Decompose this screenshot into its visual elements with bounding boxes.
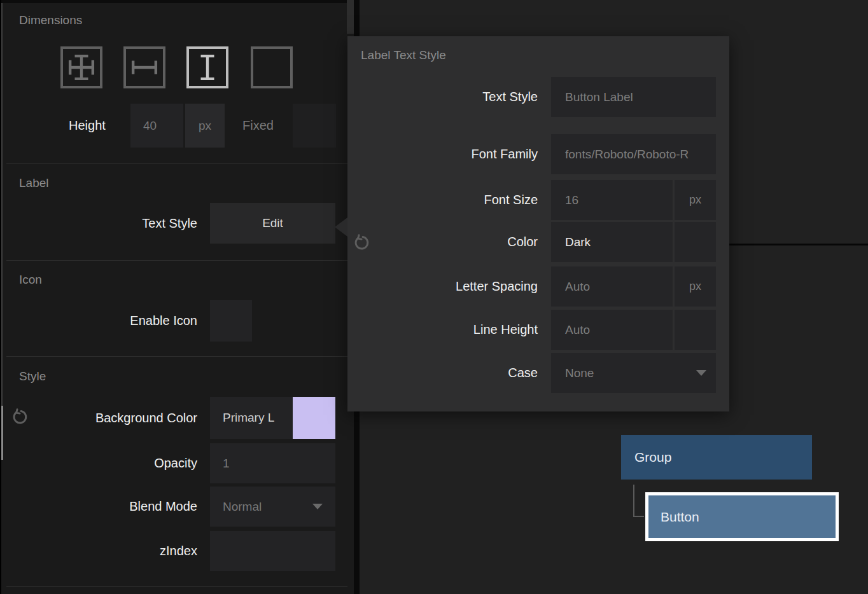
section-divider [6, 586, 347, 587]
resize-mode-width-button[interactable] [123, 46, 165, 88]
text-style-edit-button[interactable]: Edit [210, 203, 335, 244]
color-swatch-box[interactable] [675, 222, 716, 262]
popup-font-family-label: Font Family [347, 134, 538, 174]
popup-reset-icon[interactable] [353, 234, 370, 254]
left-scrollbar-track[interactable] [1, 3, 3, 460]
line-height-input[interactable]: Auto [551, 310, 673, 350]
resize-mode-none-button[interactable] [251, 46, 293, 88]
section-title-label: Label [19, 176, 49, 191]
resize-height-icon [194, 54, 221, 81]
opacity-input[interactable]: 1 [210, 443, 335, 483]
group-node[interactable]: Group [621, 435, 812, 480]
height-input[interactable]: 40 [130, 104, 183, 148]
zindex-label: zIndex [0, 531, 197, 571]
opacity-label: Opacity [0, 443, 197, 483]
properties-panel: Dimensions Height 40 px Fixed [0, 0, 354, 594]
popup-line-height-label: Line Height [347, 310, 538, 350]
blend-mode-label: Blend Mode [0, 487, 197, 527]
section-divider [6, 356, 347, 357]
height-label: Height [69, 104, 106, 148]
resize-mode-height-button[interactable] [186, 46, 228, 88]
font-size-input[interactable]: 16 [551, 180, 673, 220]
blend-mode-chevron-down-icon[interactable] [312, 504, 323, 509]
background-color-swatch[interactable] [293, 397, 335, 439]
app-root: Dimensions Height 40 px Fixed [0, 0, 868, 594]
section-title-icon: Icon [19, 272, 42, 287]
section-divider [6, 260, 347, 261]
popup-text-style-label: Text Style [347, 77, 538, 117]
fixed-label: Fixed [242, 104, 274, 148]
section-divider [6, 163, 347, 164]
button-node[interactable]: Button [645, 492, 839, 541]
resize-mode-both-button[interactable] [60, 46, 102, 88]
section-title-dimensions: Dimensions [19, 13, 82, 28]
text-style-label: Text Style [0, 203, 197, 244]
resize-none-icon [258, 54, 285, 81]
popup-case-label: Case [347, 353, 538, 393]
color-input[interactable]: Dark [551, 222, 673, 262]
font-size-unit[interactable]: px [675, 180, 716, 220]
enable-icon-label: Enable Icon [0, 300, 197, 342]
popup-pointer-tail [335, 218, 347, 237]
letter-spacing-input[interactable]: Auto [551, 266, 673, 307]
popup-title: Label Text Style [361, 48, 446, 62]
height-unit[interactable]: px [185, 104, 225, 148]
popup-font-size-label: Font Size [347, 180, 538, 220]
resize-width-icon [131, 54, 158, 81]
case-select[interactable]: None [551, 353, 716, 393]
panel-right-scrollbar-thumb[interactable] [347, 0, 354, 34]
enable-icon-checkbox[interactable] [210, 300, 252, 342]
section-title-style: Style [19, 369, 46, 384]
left-scrollbar-thumb[interactable] [1, 406, 3, 460]
label-text-style-popup: Label Text Style Text Style Button Label… [347, 36, 729, 411]
resize-both-icon [68, 54, 95, 81]
fixed-checkbox[interactable] [293, 104, 336, 148]
tree-connector-vertical [633, 485, 634, 517]
case-chevron-down-icon[interactable] [696, 370, 706, 376]
line-height-unit[interactable] [675, 310, 716, 350]
background-color-field[interactable]: Primary L [210, 397, 293, 439]
popup-color-label: Color [347, 222, 538, 262]
font-family-input[interactable]: fonts/Roboto/Roboto-R [551, 134, 716, 174]
letter-spacing-unit[interactable]: px [675, 266, 716, 307]
popup-letter-spacing-label: Letter Spacing [347, 266, 538, 307]
text-style-input[interactable]: Button Label [551, 77, 716, 117]
background-color-label: Background Color [0, 397, 197, 439]
panel-top-edge [0, 0, 354, 3]
tree-connector-horizontal [633, 516, 644, 517]
zindex-input[interactable] [210, 531, 335, 571]
